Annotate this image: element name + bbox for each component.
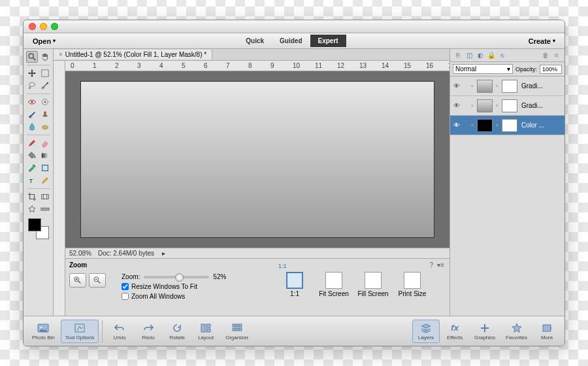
- help-icon[interactable]: ?: [430, 261, 434, 269]
- bottombar-layers[interactable]: Layers: [412, 320, 440, 343]
- sponge-tool[interactable]: [39, 121, 51, 133]
- svg-point-6: [31, 101, 33, 103]
- svg-rect-9: [42, 115, 47, 117]
- crop-tool[interactable]: [26, 191, 38, 203]
- layer-mask-thumb[interactable]: [502, 80, 517, 93]
- clone-stamp-tool[interactable]: [39, 108, 51, 120]
- zoom-preset-print-size[interactable]: Print Size: [396, 272, 429, 297]
- lasso-tool[interactable]: [26, 80, 38, 92]
- layer-thumb: [477, 119, 493, 132]
- cookie-cutter-tool[interactable]: [26, 203, 38, 215]
- document-tab[interactable]: × Untitled-1 @ 52.1% (Color Fill 1, Laye…: [54, 50, 212, 59]
- bottombar-undo[interactable]: Undo: [106, 320, 133, 343]
- panel-menu-icon[interactable]: ≡: [553, 52, 561, 59]
- status-menu-icon[interactable]: ▸: [162, 250, 165, 257]
- hand-tool[interactable]: [39, 51, 51, 63]
- layer-row[interactable]: 👁⚬⚬Color ...: [450, 116, 564, 135]
- status-zoom[interactable]: 52.08%: [69, 250, 91, 257]
- bottombar-layout[interactable]: Layout: [192, 320, 220, 343]
- move-tool[interactable]: [26, 67, 38, 79]
- document-tab-title: Untitled-1 @ 52.1% (Color Fill 1, Layer …: [65, 51, 206, 58]
- svg-point-26: [41, 326, 42, 328]
- zoom-in-button[interactable]: [69, 273, 86, 288]
- bottombar-redo[interactable]: Redo: [135, 320, 162, 343]
- bottombar-graphics[interactable]: Graphics: [470, 320, 500, 343]
- options-menu-icon[interactable]: ▾≡: [437, 261, 444, 269]
- visibility-icon[interactable]: 👁: [453, 122, 461, 129]
- delete-layer-icon[interactable]: 🗑: [542, 52, 549, 59]
- straighten-tool[interactable]: [39, 203, 51, 215]
- gradient-tool[interactable]: [39, 150, 51, 161]
- link-layers-icon[interactable]: ⎋: [498, 52, 506, 59]
- zoom-preset-fill-screen[interactable]: Fill Screen: [357, 272, 389, 297]
- mode-tabs: Quick Guided Expert: [61, 35, 523, 47]
- tab-guided[interactable]: Guided: [272, 35, 310, 47]
- open-menu[interactable]: Open: [27, 35, 61, 47]
- eyedropper-tool[interactable]: [26, 162, 38, 174]
- redeye-tool[interactable]: [26, 96, 38, 108]
- zoom-slider[interactable]: [144, 276, 209, 278]
- zoom-tool[interactable]: [26, 51, 38, 63]
- pencil-tool[interactable]: [39, 175, 51, 186]
- quick-select-tool[interactable]: [39, 80, 51, 92]
- minimize-window-button[interactable]: [40, 23, 47, 30]
- bottombar-rotate[interactable]: Rotate: [163, 320, 191, 343]
- blur-tool[interactable]: [26, 121, 38, 133]
- layer-row[interactable]: 👁⚬⚬Gradi...: [450, 96, 564, 116]
- shape-tool[interactable]: [39, 162, 51, 174]
- foreground-color-swatch[interactable]: [28, 218, 41, 231]
- brush-tool[interactable]: [26, 137, 38, 149]
- layer-mask-thumb[interactable]: [502, 99, 517, 112]
- close-window-button[interactable]: [29, 23, 36, 30]
- layer-row[interactable]: 👁⚬⚬Gradi...: [450, 76, 564, 96]
- svg-point-12: [34, 156, 36, 158]
- svg-line-1: [33, 58, 35, 60]
- layer-name: Gradi...: [519, 82, 562, 90]
- maximize-window-button[interactable]: [51, 23, 58, 30]
- svg-point-11: [42, 125, 48, 129]
- type-tool[interactable]: T: [26, 175, 38, 186]
- layer-name: Color ...: [519, 122, 562, 129]
- color-swatches[interactable]: [28, 218, 49, 239]
- bottombar-effects[interactable]: fxEffects: [441, 320, 468, 343]
- app-window: Open Quick Guided Expert Create: [23, 20, 565, 346]
- zoom-all-checkbox[interactable]: Zoom All Windows: [122, 293, 272, 300]
- layout-icon: [199, 322, 212, 334]
- tool-options-panel: Zoom ? ▾≡ Zo: [65, 258, 449, 316]
- adjustment-layer-icon[interactable]: ◐: [476, 52, 484, 59]
- lock-layer-icon[interactable]: 🔒: [487, 52, 495, 59]
- bottombar-more[interactable]: More: [533, 320, 561, 343]
- bottombar-organizer[interactable]: Organizer: [221, 320, 253, 343]
- new-layer-icon[interactable]: ⎘: [454, 52, 462, 59]
- resize-windows-checkbox[interactable]: Resize Windows To Fit: [122, 283, 272, 290]
- visibility-icon[interactable]: 👁: [453, 82, 461, 90]
- canvas[interactable]: [81, 82, 434, 237]
- zoom-preset-1-1[interactable]: 1:1: [278, 272, 311, 297]
- layer-mask-thumb[interactable]: [502, 119, 517, 132]
- tab-quick[interactable]: Quick: [238, 35, 272, 47]
- bottombar-favorites[interactable]: Favorites: [501, 320, 532, 343]
- close-doc-icon[interactable]: ×: [59, 51, 63, 58]
- visibility-icon[interactable]: 👁: [453, 102, 461, 109]
- blend-mode-select[interactable]: Normal▾: [453, 64, 513, 74]
- zoom-out-button[interactable]: [89, 273, 106, 288]
- eraser-tool[interactable]: [39, 137, 51, 149]
- new-group-icon[interactable]: ◫: [465, 52, 473, 59]
- opacity-field[interactable]: 100%: [540, 65, 562, 74]
- tab-expert[interactable]: Expert: [310, 35, 346, 47]
- bucket-tool[interactable]: [26, 150, 38, 161]
- bottombar-photo-bin[interactable]: Photo Bin: [27, 320, 59, 343]
- spot-heal-tool[interactable]: [39, 96, 51, 108]
- marquee-tool[interactable]: [39, 67, 51, 79]
- smart-brush-tool[interactable]: [26, 108, 38, 120]
- layer-action-icons: ⎘ ◫ ◐ 🔒 ⎋: [454, 52, 506, 59]
- layer-name: Gradi...: [519, 102, 562, 109]
- bottombar-tool-options[interactable]: Tool Options: [61, 320, 99, 343]
- menubar: Open Quick Guided Expert Create: [24, 33, 564, 49]
- tools-icon: [73, 322, 86, 334]
- layers-panel: ⎘ ◫ ◐ 🔒 ⎋ 🗑 ≡ Normal▾ Opacity: 100% 👁⚬⚬G…: [449, 49, 564, 316]
- recompose-tool[interactable]: [39, 191, 51, 203]
- create-menu[interactable]: Create: [523, 35, 561, 47]
- svg-rect-39: [543, 325, 551, 331]
- zoom-preset-fit-screen[interactable]: Fit Screen: [318, 272, 350, 297]
